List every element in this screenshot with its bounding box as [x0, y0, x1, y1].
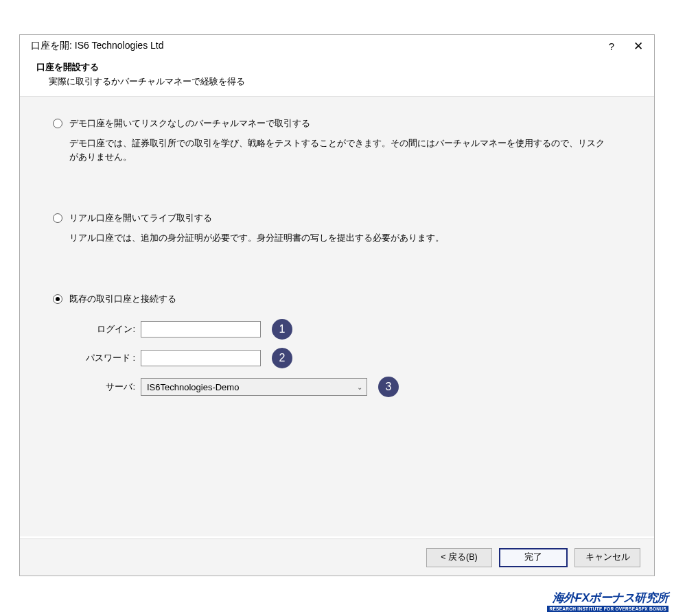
header-subtitle: 実際に取引するかバーチャルマネーで経験を得る: [36, 76, 638, 88]
close-icon[interactable]: ✕: [634, 40, 643, 52]
dialog-window: 口座を開: IS6 Technologies Ltd ? ✕ 口座を開設する 実…: [19, 34, 655, 576]
option-real-label: リアル口座を開いてライブ取引する: [69, 212, 212, 224]
option-real: リアル口座を開いてライブ取引する リアル口座では、追加の身分証明が必要です。身分…: [53, 212, 621, 245]
watermark: 海外FXボーナス研究所 RESEARCH INSTITUTE FOR OVERS…: [547, 590, 669, 612]
badge-1: 1: [272, 319, 292, 340]
password-input[interactable]: [141, 350, 261, 366]
body-area: デモ口座を開いてリスクなしのバーチャルマネーで取引する デモ口座では、証券取引所…: [20, 96, 654, 536]
back-button[interactable]: < 戻る(B): [426, 548, 492, 567]
radio-real[interactable]: [53, 213, 62, 223]
chevron-down-icon: ⌄: [357, 383, 362, 391]
option-demo: デモ口座を開いてリスクなしのバーチャルマネーで取引する デモ口座では、証券取引所…: [53, 117, 621, 164]
password-label: パスワード :: [72, 352, 141, 364]
server-label: サーバ:: [72, 381, 141, 393]
server-select[interactable]: IS6Technologies-Demo ⌄: [141, 378, 367, 396]
option-demo-desc: デモ口座では、証券取引所での取引を学び、戦略をテストすることができます。その間に…: [53, 137, 609, 164]
login-form: ログイン: 1 パスワード : 2 サーバ: IS6Technologies-D…: [53, 319, 621, 397]
login-input[interactable]: [141, 321, 261, 337]
option-existing-label: 既存の取引口座と接続する: [69, 293, 176, 305]
server-value: IS6Technologies-Demo: [147, 382, 239, 392]
footer: < 戻る(B) 完了 キャンセル: [20, 538, 654, 576]
login-label: ログイン:: [72, 323, 141, 335]
option-real-desc: リアル口座では、追加の身分証明が必要です。身分証明書の写しを提出する必要がありま…: [53, 231, 609, 245]
badge-2: 2: [272, 348, 292, 368]
radio-existing[interactable]: [53, 294, 62, 304]
window-title: 口座を開: IS6 Technologies Ltd: [31, 40, 164, 52]
option-demo-label: デモ口座を開いてリスクなしのバーチャルマネーで取引する: [69, 117, 310, 130]
finish-button[interactable]: 完了: [499, 548, 568, 567]
header-area: 口座を開設する 実際に取引するかバーチャルマネーで経験を得る: [20, 57, 654, 96]
titlebar: 口座を開: IS6 Technologies Ltd ? ✕: [20, 35, 654, 57]
help-icon[interactable]: ?: [609, 40, 614, 52]
radio-demo[interactable]: [53, 119, 62, 128]
cancel-button[interactable]: キャンセル: [574, 548, 640, 567]
badge-3: 3: [378, 377, 399, 397]
titlebar-actions: ? ✕: [609, 40, 643, 52]
header-title: 口座を開設する: [36, 61, 638, 73]
watermark-title: 海外FXボーナス研究所: [547, 590, 669, 606]
watermark-subtitle: RESEARCH INSTITUTE FOR OVERSEASFX BONUS: [547, 606, 669, 612]
option-existing: 既存の取引口座と接続する ログイン: 1 パスワード : 2 サーバ: IS6T…: [53, 293, 621, 397]
